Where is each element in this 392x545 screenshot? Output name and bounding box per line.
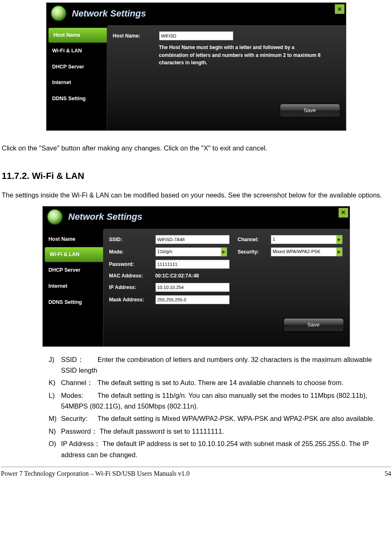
paragraph-1: Click on the "Save" button after making …	[2, 143, 390, 153]
sidebar-item-internet[interactable]: Internet	[43, 278, 103, 294]
sidebar-item-ddns[interactable]: DDNS Setting	[47, 91, 107, 107]
list-item: L)Modes: The default setting is 11b/g/n.…	[49, 390, 389, 412]
hostname-note: The Host Name must begin with a letter a…	[159, 44, 324, 67]
mode-select[interactable]: 11b/g/n ▶	[155, 247, 227, 256]
sidebar-item-internet[interactable]: Internet	[47, 75, 107, 91]
channel-label: Channel:	[238, 236, 271, 243]
dialog-title: Network Settings	[68, 210, 143, 223]
dialog-titlebar: Network Settings ✕	[47, 3, 346, 25]
close-icon[interactable]: ✕	[338, 208, 348, 218]
mode-label: Mode:	[109, 248, 155, 256]
page-footer: Power 7 Technology Corporation – Wi-Fi S…	[1, 467, 391, 479]
list-item: M)Security: The default setting is Mixed…	[49, 413, 389, 424]
mac-value: 00:1C:C2:02:7A:48	[155, 272, 199, 280]
chevron-right-icon: ▶	[336, 235, 342, 244]
sidebar: Host Name Wi-Fi & LAN DHCP Server Intern…	[43, 229, 103, 346]
ip-input[interactable]	[155, 283, 230, 292]
sidebar-item-wifi-lan[interactable]: Wi-Fi & LAN	[45, 247, 103, 262]
sidebar: Host Name Wi-Fi & LAN DHCP Server Intern…	[47, 25, 107, 130]
security-value: Mixed WPA/WPA2-PSK	[273, 248, 321, 255]
ssid-input[interactable]	[155, 235, 230, 244]
sidebar-item-wifi-lan[interactable]: Wi-Fi & LAN	[47, 43, 107, 59]
mask-input[interactable]	[155, 295, 230, 304]
password-input[interactable]	[155, 260, 230, 269]
list-item: N)Password： The default password is set …	[49, 426, 389, 437]
security-label: Security:	[238, 248, 271, 256]
channel-value: 1	[273, 236, 275, 243]
list-item: J)SSID： Enter the combination of letters…	[49, 354, 389, 376]
save-button[interactable]: Save	[280, 104, 340, 117]
page-number: 54	[385, 469, 391, 479]
sidebar-item-ddns[interactable]: DDNS Setting	[43, 294, 103, 310]
security-select[interactable]: Mixed WPA/WPA2-PSK ▶	[271, 247, 343, 256]
ssid-label: SSID:	[109, 236, 155, 243]
panel-hostname: Host Name: The Host Name must begin with…	[107, 25, 346, 130]
ip-label: IP Address:	[109, 284, 155, 291]
password-label: Password:	[109, 261, 155, 268]
dialog-titlebar: Network Settings ✕	[43, 207, 350, 229]
options-list: J)SSID： Enter the combination of letters…	[49, 354, 389, 460]
sidebar-item-hostname[interactable]: Host Name	[43, 231, 103, 247]
sidebar-item-hostname[interactable]: Host Name	[48, 28, 107, 43]
dialog-title: Network Settings	[72, 7, 146, 20]
network-icon	[47, 209, 63, 225]
footer-text: Power 7 Technology Corporation – Wi-Fi S…	[1, 469, 190, 479]
mode-value: 11b/g/n	[157, 248, 173, 255]
chevron-right-icon: ▶	[336, 248, 342, 256]
sidebar-item-dhcp[interactable]: DHCP Server	[43, 262, 103, 278]
chevron-right-icon: ▶	[221, 248, 227, 256]
close-icon[interactable]: ✕	[335, 4, 345, 14]
mac-label: MAC Address:	[109, 272, 155, 280]
panel-wifi-lan: SSID: Mode: 11b/g/n ▶	[103, 229, 350, 346]
paragraph-2: The settings inside the Wi-Fi & LAN can …	[2, 190, 390, 200]
section-heading: 11.7.2. Wi-Fi & LAN	[2, 169, 392, 183]
mask-label: Mask Address:	[109, 296, 155, 303]
screenshot-hostname: Network Settings ✕ Host Name Wi-Fi & LAN…	[46, 2, 346, 131]
hostname-input[interactable]	[159, 31, 233, 40]
list-item: K)Channel： The default setting is set to…	[49, 377, 389, 388]
list-item: O)IP Address： The default IP address is …	[49, 438, 389, 460]
hostname-label: Host Name:	[113, 32, 159, 40]
save-button[interactable]: Save	[284, 318, 344, 331]
screenshot-wifi-lan: Network Settings ✕ Host Name Wi-Fi & LAN…	[42, 206, 350, 347]
sidebar-item-dhcp[interactable]: DHCP Server	[47, 59, 107, 75]
channel-select[interactable]: 1 ▶	[271, 235, 343, 244]
network-icon	[51, 5, 66, 21]
